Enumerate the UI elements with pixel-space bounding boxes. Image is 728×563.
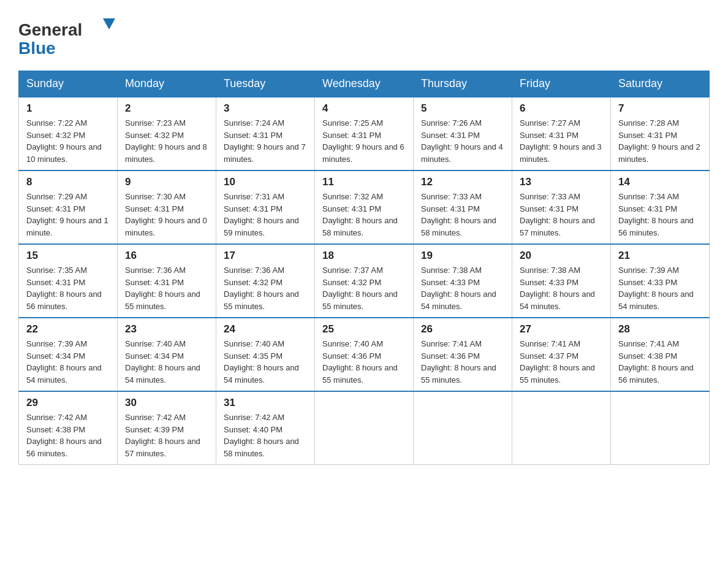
calendar-week-row: 29 Sunrise: 7:42 AM Sunset: 4:38 PM Dayl… [19, 391, 710, 465]
logo: General Blue [18, 12, 123, 58]
day-of-week-header: Thursday [414, 71, 512, 98]
daylight-label: Daylight: 8 hours and 55 minutes. [125, 289, 200, 311]
day-number: 23 [125, 323, 208, 335]
sunset-label: Sunset: 4:34 PM [26, 351, 85, 361]
daylight-label: Daylight: 8 hours and 54 minutes. [224, 363, 299, 385]
sunset-label: Sunset: 4:34 PM [125, 351, 184, 361]
sunset-label: Sunset: 4:31 PM [224, 131, 282, 140]
day-info: Sunrise: 7:25 AM Sunset: 4:31 PM Dayligh… [322, 117, 406, 165]
day-number: 8 [26, 176, 110, 188]
sunset-label: Sunset: 4:37 PM [520, 351, 578, 361]
sunset-label: Sunset: 4:31 PM [618, 131, 677, 140]
daylight-label: Daylight: 9 hours and 4 minutes. [421, 142, 503, 164]
day-info: Sunrise: 7:26 AM Sunset: 4:31 PM Dayligh… [421, 117, 504, 165]
sunrise-label: Sunrise: 7:26 AM [421, 118, 482, 128]
sunrise-label: Sunrise: 7:35 AM [26, 266, 87, 275]
day-info: Sunrise: 7:42 AM Sunset: 4:40 PM Dayligh… [224, 412, 307, 459]
calendar-day-cell: 21 Sunrise: 7:39 AM Sunset: 4:33 PM Dayl… [611, 244, 710, 318]
calendar-table: SundayMondayTuesdayWednesdayThursdayFrid… [18, 71, 710, 465]
daylight-label: Daylight: 8 hours and 58 minutes. [421, 216, 496, 237]
logo-svg: General Blue [18, 12, 123, 58]
day-number: 17 [224, 250, 307, 262]
day-number: 1 [26, 102, 110, 115]
day-info: Sunrise: 7:42 AM Sunset: 4:38 PM Dayligh… [26, 412, 110, 459]
day-info: Sunrise: 7:38 AM Sunset: 4:33 PM Dayligh… [520, 264, 603, 312]
day-number: 29 [26, 397, 110, 409]
sunrise-label: Sunrise: 7:25 AM [322, 118, 383, 128]
calendar-day-cell: 14 Sunrise: 7:34 AM Sunset: 4:31 PM Dayl… [611, 170, 710, 244]
daylight-label: Daylight: 8 hours and 54 minutes. [520, 289, 595, 311]
sunrise-label: Sunrise: 7:42 AM [125, 413, 186, 422]
daylight-label: Daylight: 9 hours and 8 minutes. [125, 142, 207, 164]
sunset-label: Sunset: 4:32 PM [125, 131, 184, 140]
calendar-day-cell [414, 391, 512, 465]
calendar-day-cell: 27 Sunrise: 7:41 AM Sunset: 4:37 PM Dayl… [512, 318, 611, 391]
daylight-label: Daylight: 8 hours and 56 minutes. [618, 216, 694, 237]
daylight-label: Daylight: 9 hours and 3 minutes. [520, 142, 602, 164]
day-number: 22 [26, 323, 110, 335]
day-info: Sunrise: 7:27 AM Sunset: 4:31 PM Dayligh… [520, 117, 603, 165]
sunset-label: Sunset: 4:32 PM [224, 278, 282, 287]
sunrise-label: Sunrise: 7:27 AM [520, 118, 580, 128]
daylight-label: Daylight: 8 hours and 54 minutes. [618, 289, 694, 311]
sunset-label: Sunset: 4:31 PM [322, 204, 381, 213]
calendar-day-cell: 17 Sunrise: 7:36 AM Sunset: 4:32 PM Dayl… [216, 244, 315, 318]
sunset-label: Sunset: 4:31 PM [322, 131, 381, 140]
day-info: Sunrise: 7:23 AM Sunset: 4:32 PM Dayligh… [125, 117, 208, 165]
sunrise-label: Sunrise: 7:38 AM [520, 266, 580, 275]
day-number: 3 [224, 102, 307, 115]
day-of-week-header: Sunday [19, 71, 118, 98]
day-info: Sunrise: 7:22 AM Sunset: 4:32 PM Dayligh… [26, 117, 110, 165]
sunset-label: Sunset: 4:40 PM [224, 425, 282, 434]
calendar-week-row: 22 Sunrise: 7:39 AM Sunset: 4:34 PM Dayl… [19, 318, 710, 391]
sunrise-label: Sunrise: 7:42 AM [26, 413, 87, 422]
calendar-day-cell: 2 Sunrise: 7:23 AM Sunset: 4:32 PM Dayli… [118, 97, 216, 170]
daylight-label: Daylight: 8 hours and 57 minutes. [520, 216, 595, 237]
sunset-label: Sunset: 4:33 PM [421, 278, 480, 287]
sunrise-label: Sunrise: 7:31 AM [224, 192, 284, 201]
day-number: 10 [224, 176, 307, 188]
day-info: Sunrise: 7:30 AM Sunset: 4:31 PM Dayligh… [125, 191, 208, 239]
day-info: Sunrise: 7:33 AM Sunset: 4:31 PM Dayligh… [421, 191, 504, 239]
daylight-label: Daylight: 8 hours and 59 minutes. [224, 216, 299, 237]
day-number: 21 [618, 250, 702, 262]
sunrise-label: Sunrise: 7:32 AM [322, 192, 383, 201]
calendar-day-cell: 24 Sunrise: 7:40 AM Sunset: 4:35 PM Dayl… [216, 318, 315, 391]
calendar-day-cell: 10 Sunrise: 7:31 AM Sunset: 4:31 PM Dayl… [216, 170, 315, 244]
day-number: 18 [322, 250, 406, 262]
calendar-day-cell: 5 Sunrise: 7:26 AM Sunset: 4:31 PM Dayli… [414, 97, 512, 170]
sunset-label: Sunset: 4:38 PM [26, 425, 85, 434]
sunrise-label: Sunrise: 7:23 AM [125, 118, 186, 128]
calendar-day-cell: 16 Sunrise: 7:36 AM Sunset: 4:31 PM Dayl… [118, 244, 216, 318]
day-info: Sunrise: 7:41 AM Sunset: 4:36 PM Dayligh… [421, 338, 504, 386]
daylight-label: Daylight: 8 hours and 58 minutes. [224, 437, 299, 458]
calendar-day-cell: 13 Sunrise: 7:33 AM Sunset: 4:31 PM Dayl… [512, 170, 611, 244]
day-number: 12 [421, 176, 504, 188]
day-info: Sunrise: 7:36 AM Sunset: 4:31 PM Dayligh… [125, 264, 208, 312]
day-info: Sunrise: 7:42 AM Sunset: 4:39 PM Dayligh… [125, 412, 208, 459]
daylight-label: Daylight: 8 hours and 55 minutes. [224, 289, 299, 311]
daylight-label: Daylight: 8 hours and 55 minutes. [421, 363, 496, 385]
calendar-day-cell: 6 Sunrise: 7:27 AM Sunset: 4:31 PM Dayli… [512, 97, 611, 170]
day-info: Sunrise: 7:37 AM Sunset: 4:32 PM Dayligh… [322, 264, 406, 312]
calendar-week-row: 15 Sunrise: 7:35 AM Sunset: 4:31 PM Dayl… [19, 244, 710, 318]
day-info: Sunrise: 7:35 AM Sunset: 4:31 PM Dayligh… [26, 264, 110, 312]
calendar-day-cell: 19 Sunrise: 7:38 AM Sunset: 4:33 PM Dayl… [414, 244, 512, 318]
calendar-day-cell: 30 Sunrise: 7:42 AM Sunset: 4:39 PM Dayl… [118, 391, 216, 465]
day-number: 15 [26, 250, 110, 262]
calendar-day-cell: 25 Sunrise: 7:40 AM Sunset: 4:36 PM Dayl… [315, 318, 414, 391]
day-number: 6 [520, 102, 603, 115]
day-number: 16 [125, 250, 208, 262]
calendar-day-cell: 18 Sunrise: 7:37 AM Sunset: 4:32 PM Dayl… [315, 244, 414, 318]
svg-text:General: General [18, 20, 82, 39]
calendar-day-cell: 3 Sunrise: 7:24 AM Sunset: 4:31 PM Dayli… [216, 97, 315, 170]
sunrise-label: Sunrise: 7:33 AM [421, 192, 482, 201]
sunrise-label: Sunrise: 7:28 AM [618, 118, 679, 128]
daylight-label: Daylight: 8 hours and 58 minutes. [322, 216, 398, 237]
daylight-label: Daylight: 9 hours and 1 minute. [26, 216, 108, 237]
day-number: 19 [421, 250, 504, 262]
sunset-label: Sunset: 4:32 PM [26, 131, 85, 140]
sunrise-label: Sunrise: 7:33 AM [520, 192, 580, 201]
calendar-day-cell: 8 Sunrise: 7:29 AM Sunset: 4:31 PM Dayli… [19, 170, 118, 244]
sunset-label: Sunset: 4:35 PM [224, 351, 282, 361]
